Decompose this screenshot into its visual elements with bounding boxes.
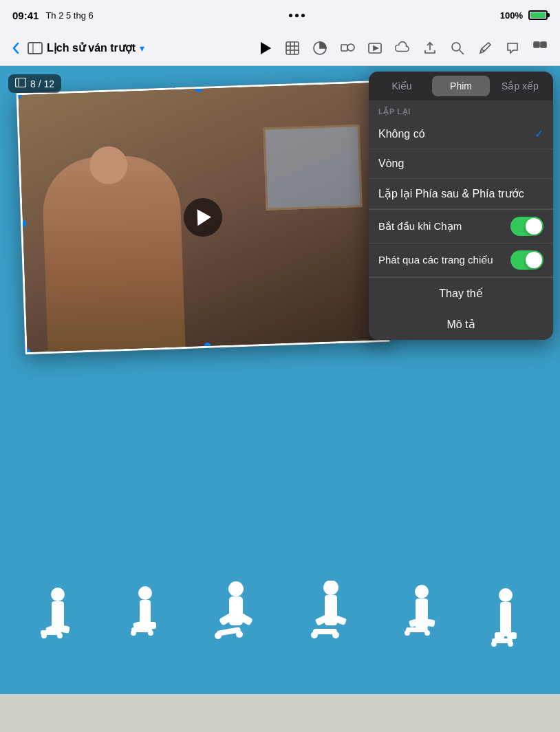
svg-rect-55: [495, 632, 504, 639]
tab-phim[interactable]: Phim: [432, 76, 490, 96]
skaters-row: [0, 539, 560, 691]
battery-percent: 100%: [500, 10, 523, 21]
svg-point-52: [424, 630, 430, 636]
svg-point-58: [491, 641, 497, 647]
svg-point-30: [131, 630, 136, 636]
repeat-none-check: ✓: [535, 127, 543, 140]
replace-button[interactable]: Thay thế: [369, 278, 553, 309]
svg-rect-16: [534, 42, 539, 47]
repeat-option-none[interactable]: Không có ✓: [369, 119, 553, 149]
table-button[interactable]: [281, 36, 304, 60]
comment-button[interactable]: [501, 36, 524, 60]
search-button[interactable]: [446, 36, 469, 60]
svg-point-45: [332, 632, 339, 638]
svg-point-46: [415, 585, 429, 599]
dot3: [301, 14, 305, 17]
status-bar: 09:41 Th 2 5 thg 6 100%: [0, 0, 560, 30]
svg-point-51: [405, 630, 410, 636]
skater-6: [485, 584, 526, 691]
svg-marker-2: [261, 42, 271, 54]
markup-button[interactable]: [473, 36, 497, 60]
repeat-both-label: Lặp lại Phía sau & Phía trước: [378, 187, 524, 200]
svg-point-44: [311, 632, 318, 638]
skater-1: [34, 581, 82, 691]
svg-point-32: [228, 581, 244, 596]
slides-counter-icon: [15, 78, 26, 89]
svg-point-38: [236, 631, 243, 638]
chart-button[interactable]: [308, 36, 332, 60]
toggle-start-on-touch: Bắt đầu khi Chạm: [369, 210, 553, 244]
repeat-section-header: LẶP LẠI: [369, 100, 553, 119]
title-chevron[interactable]: ▾: [140, 43, 144, 54]
svg-point-18: [51, 588, 65, 601]
skater-2: [121, 581, 169, 691]
svg-point-10: [347, 44, 354, 51]
video-element[interactable]: [17, 80, 390, 354]
repeat-option-loop[interactable]: Vòng: [369, 149, 553, 179]
skater-5: [398, 581, 446, 691]
status-time: 09:41: [12, 10, 39, 21]
shape-button[interactable]: [336, 36, 359, 60]
svg-point-31: [148, 630, 153, 636]
svg-rect-17: [541, 42, 546, 47]
slide-counter-badge: 8 / 12: [8, 74, 61, 93]
more-button[interactable]: [528, 36, 552, 60]
svg-rect-60: [16, 78, 26, 87]
svg-point-59: [508, 641, 513, 647]
svg-point-23: [41, 633, 47, 638]
tab-kieu[interactable]: Kiểu: [373, 76, 431, 96]
svg-rect-56: [507, 632, 517, 639]
slide-counter-text: 8 / 12: [30, 78, 54, 89]
svg-point-25: [138, 586, 152, 600]
svg-rect-3: [286, 42, 299, 54]
svg-rect-54: [500, 602, 511, 636]
slides-icon: [28, 42, 43, 54]
svg-rect-9: [341, 45, 347, 51]
svg-point-39: [323, 581, 338, 595]
handle-bottom-left[interactable]: [24, 349, 31, 354]
play-button[interactable]: [253, 36, 277, 60]
battery-fill: [530, 12, 546, 18]
svg-rect-0: [28, 43, 42, 54]
repeat-option-both[interactable]: Lặp lại Phía sau & Phía trước: [369, 179, 553, 209]
svg-line-15: [482, 49, 484, 52]
ground-strip: [0, 694, 560, 732]
svg-rect-33: [229, 596, 243, 625]
cloud-button[interactable]: [391, 36, 414, 60]
status-day: Th 2 5 thg 6: [45, 10, 93, 21]
battery-icon: [528, 10, 548, 20]
status-right: 100%: [500, 10, 548, 21]
dot1: [289, 14, 292, 17]
dot2: [295, 14, 299, 17]
toggle-start-switch[interactable]: [510, 217, 543, 236]
back-button[interactable]: [8, 40, 23, 56]
title-group: Lịch sử ván trượt ▾: [28, 41, 144, 54]
toolbar: Lịch sử ván trượt ▾: [0, 30, 560, 66]
toggle-play-across: Phát qua các trang chiếu: [369, 244, 553, 277]
media-button[interactable]: [363, 36, 387, 60]
tab-sapxep[interactable]: Sắp xếp: [491, 76, 549, 96]
repeat-loop-label: Vòng: [378, 158, 404, 170]
presentation-title: Lịch sử ván trượt: [47, 41, 136, 54]
skater-4: [303, 581, 358, 691]
status-dots: [289, 14, 305, 17]
svg-point-53: [499, 588, 513, 602]
svg-point-24: [57, 633, 63, 638]
share-button[interactable]: [418, 36, 442, 60]
describe-button[interactable]: Mô tả: [369, 309, 553, 340]
svg-point-13: [452, 43, 460, 51]
svg-line-14: [460, 50, 464, 54]
panel-tab-bar: Kiểu Phim Sắp xếp: [369, 72, 553, 100]
toggle-play-switch[interactable]: [510, 250, 543, 270]
video-options-panel: Kiểu Phim Sắp xếp LẶP LẠI Không có ✓ Vòn…: [369, 72, 553, 340]
repeat-none-label: Không có: [378, 128, 425, 140]
toggle-start-label: Bắt đầu khi Chạm: [378, 220, 462, 233]
svg-point-37: [215, 632, 222, 639]
skater-3: [208, 581, 263, 691]
battery-cap: [548, 13, 550, 17]
toggle-play-label: Phát qua các trang chiếu: [378, 254, 493, 266]
slide-canvas: 8 / 12 Kiểu Phim Sắp xếp LẶP LẠI Không c…: [0, 66, 560, 732]
